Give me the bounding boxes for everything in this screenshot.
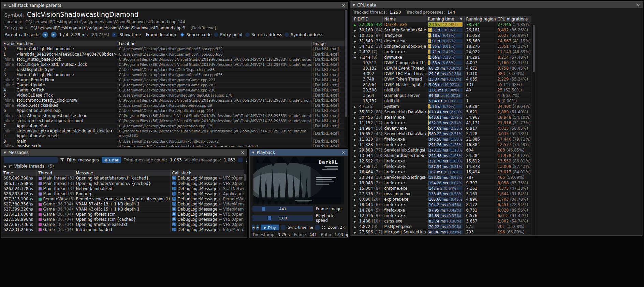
callstack-row[interactable]: inlinestd::atomic<bool>::operator boolC:… — [2, 118, 345, 123]
callstack-row[interactable]: inlineVideo::GetTicksHiResC:\Users\wolf\… — [2, 103, 345, 108]
callstack-row[interactable]: 4Game::OnTickC:\Users\wolf\Desktop\darkr… — [2, 87, 345, 92]
callstack-row[interactable]: 0Floor::CalcLightNoLuminanceC:\Users\wol… — [2, 46, 345, 52]
callstack-icon[interactable] — [172, 223, 176, 226]
expand-row-icon[interactable]: ▶ — [354, 29, 358, 32]
callstack-row[interactable]: 6Application::InnerLoopC:\Users\wolf\Des… — [2, 108, 345, 113]
expand-row-icon[interactable]: ▶ — [354, 226, 358, 229]
message-row[interactable]: 606,049,398nsMain thread(31,596)Opening … — [2, 176, 245, 181]
expand-row-icon[interactable]: ▶ — [354, 171, 358, 174]
column-header-running-regions[interactable]: Running regions — [464, 16, 496, 22]
expand-row-icon[interactable]: ▶ — [354, 105, 358, 109]
expand-row-icon[interactable]: ▶ — [354, 209, 358, 212]
scrollbar[interactable] — [532, 24, 535, 236]
filter-input[interactable] — [4, 157, 58, 163]
column-header-cpu-migrations[interactable]: CPU migrations — [496, 16, 531, 22]
scrollbar[interactable] — [345, 9, 347, 146]
expand-row-icon[interactable]: ▶ — [354, 160, 358, 163]
callstack-icon[interactable] — [172, 207, 176, 211]
expand-row-icon[interactable]: ▶ — [354, 220, 358, 223]
message-row[interactable]: 627,558,996nsGame(36,704)Opening /forest… — [2, 217, 245, 222]
cpu-row[interactable]: 13,732ntdll.dll5.84 us(0.00%)10(0.00%) — [352, 98, 531, 104]
scrollbar-thumb[interactable] — [244, 174, 246, 181]
callstack-icon[interactable] — [172, 202, 176, 206]
cpu-row[interactable]: ▶1,488(10)csrss.exe83.74 ms(0.36%)3,6572… — [352, 218, 531, 224]
playback-titlebar[interactable]: ▼ Playback × — [250, 149, 348, 156]
column-header-pid-tid[interactable]: PID/TID — [352, 16, 382, 22]
message-row[interactable]: 627,667,736nsGame(36,704)Opening /meta/r… — [2, 222, 245, 227]
cpu-row[interactable]: 24,964DWM Master Input Thread5.03 ms(0.0… — [352, 82, 531, 87]
cpu-row[interactable]: 3,748DWM Token Thread23.37 ms(0.10%)4,03… — [352, 76, 531, 82]
cpu-row[interactable]: ▶2,492(7)firefox.exe1.71 s(7.42%)24,0221… — [352, 49, 531, 55]
frame-image-slider[interactable]: 441 — [252, 206, 313, 212]
cpu-row[interactable]: ▶35,812(88)ServiceHub.DataWarehouseHost.… — [352, 109, 531, 115]
radio-source-code[interactable]: Source code — [180, 32, 211, 37]
next-parent-button[interactable]: ▶ — [51, 32, 57, 38]
collapse-arrow-icon[interactable]: ▼ — [252, 151, 254, 154]
scrollbar[interactable] — [244, 156, 246, 237]
callstack-row[interactable]: inlinestd::unique_ptr<Application,std::d… — [2, 128, 345, 139]
scrollbar-thumb[interactable] — [533, 25, 535, 72]
zoom-checkbox[interactable] — [315, 225, 320, 230]
prev-parent-button[interactable]: ◀ — [42, 32, 48, 38]
prev-frame-button[interactable]: ◀ — [252, 225, 254, 230]
expand-row-icon[interactable]: ▶ — [354, 51, 358, 54]
expand-row-icon[interactable]: ▶ — [354, 34, 358, 38]
expand-row-icon[interactable]: ▶ — [354, 231, 358, 234]
close-icon[interactable]: × — [241, 150, 245, 155]
collapse-arrow-icon[interactable]: ▼ — [4, 4, 6, 7]
cpu-row[interactable]: ▶22,396(49)DarkRL.exe2.79 s(12.06%)78,74… — [352, 22, 531, 27]
cpu-row[interactable]: ▶4,872(9)MsMpEng.exe70.22 ms(0.30%)57320… — [352, 224, 531, 229]
cpu-row[interactable]: ▶14,784(5)firefox.exe97.95 ms(0.42%)6,73… — [352, 207, 531, 213]
callstack-row[interactable]: inlineinvoke_maind:\agent\_work\63\s\src… — [2, 144, 345, 147]
close-icon[interactable]: × — [341, 150, 345, 155]
visible-threads-expand-icon[interactable]: ▶ — [4, 165, 6, 168]
message-row[interactable]: 627,399,326nsGame(36,704)VRAM 43x45: 15 … — [2, 206, 245, 212]
expand-row-icon[interactable]: ▶ — [354, 182, 358, 185]
callstack-icon[interactable] — [172, 176, 176, 180]
cpu-row[interactable]: ▶15,652(43)ServiceHub.DataWarehouseHost.… — [352, 131, 531, 137]
expand-row-icon[interactable]: ▶ — [354, 116, 358, 119]
expand-row-icon[interactable]: ▶ — [354, 127, 358, 130]
callstack-row[interactable]: inlineGame::UpdateC:\Users\wolf\Desktop\… — [2, 82, 345, 87]
cpu-row[interactable]: 13,132uDWM Event Thread68.29 ms(0.30%)4,… — [352, 66, 531, 71]
messages-titlebar[interactable]: ▼ Messages × — [1, 149, 247, 156]
show-time-checkbox[interactable]: ✓ — [112, 32, 117, 37]
expand-row-icon[interactable]: ▶ — [354, 40, 358, 43]
cpu-row[interactable]: ▶30,160(84)ScriptedSandbox64.exe2.51 s(1… — [352, 27, 531, 33]
message-row[interactable]: 627,831,246nsGame(36,704)Intro menu load… — [2, 227, 245, 232]
callstack-icon[interactable] — [172, 192, 176, 196]
callstack-row[interactable]: 3Floor::CalcLightNoLuminanceC:\Users\wol… — [2, 72, 345, 77]
cpu-row[interactable]: 10,512DWM Compositor Thread1.53 s(6.63%)… — [352, 60, 531, 66]
expand-row-icon[interactable]: ▶ — [354, 166, 358, 169]
expand-row-icon[interactable]: ▶ — [354, 149, 358, 152]
close-icon[interactable]: × — [636, 3, 640, 7]
cpu-row[interactable]: ▼7,144(8)dwm.exe1.66 s(7.18%)14,2918,214… — [352, 55, 531, 60]
column-header-name[interactable]: Name — [382, 16, 426, 22]
cpu-row[interactable]: ▶13,044(10)StandardCollector.Service.exe… — [352, 153, 531, 158]
playback-speed-slider[interactable]: 1.00 — [252, 215, 313, 221]
cpu-row[interactable]: ▶4,768(7)firefox.exe187.54 ms(0.81%)14,8… — [352, 164, 531, 169]
cpu-row[interactable]: ▶18,444(6)firefox.exe104.2 ms(0.45%)8,17… — [352, 202, 531, 207]
cpu-row[interactable]: ▶11,820(9)firefox.exe346.58 ms(1.50%)21,… — [352, 137, 531, 142]
cpu-row[interactable]: ▶16,464(7)firefox.exe187 ms(0.81%)15,494… — [352, 169, 531, 175]
cpu-row[interactable]: ▶12,016(9)firefox.exe84.89 ms(0.37%)6,57… — [352, 213, 531, 218]
cpu-row[interactable]: ▶13,048(7)firefox.exe154.28 ms(0.67%)9,3… — [352, 180, 531, 186]
radio-entry-point[interactable]: Entry point — [214, 32, 243, 37]
expand-row-icon[interactable]: ▶ — [354, 24, 358, 27]
scrollbar-thumb[interactable] — [345, 10, 347, 117]
cpu-row[interactable]: ▶14,984(50)devenv.exe584.69 ms(2.53%)6,9… — [352, 126, 531, 131]
message-row[interactable]: 627,380,356nsGame(36,704)VRAM 37x45: 13 … — [2, 201, 245, 206]
expand-row-icon[interactable]: ▶ — [354, 176, 358, 180]
cpu-row[interactable]: ▶27,696(17)Microsoft.ServiceHub.Controll… — [352, 229, 531, 235]
collapse-arrow-icon[interactable]: ▼ — [4, 151, 6, 154]
message-row[interactable]: 626,833,622nsMain thread(31,596)Booting.… — [2, 191, 245, 196]
sync-timeline-checkbox[interactable] — [281, 225, 286, 230]
expand-row-icon[interactable]: ▶ — [354, 198, 358, 201]
callstack-icon[interactable] — [172, 217, 176, 221]
callstack-row[interactable]: inlinestd::chrono::steady_clock::nowC:\P… — [2, 98, 345, 103]
callstack-row[interactable]: 7Application::RunC:\Users\wolf\Desktop\d… — [2, 123, 345, 128]
callstack-row[interactable]: inlineGame::RenderFloorC:\Users\wolf\Des… — [2, 77, 345, 82]
callstack-titlebar[interactable]: ▼ Call stack sample parents × — [1, 2, 348, 9]
expand-row-icon[interactable]: ▶ — [354, 204, 358, 207]
cpu-row[interactable]: ▶15,004(8)chrome.exe147 ms(0.64%)7,1613,… — [352, 186, 531, 191]
